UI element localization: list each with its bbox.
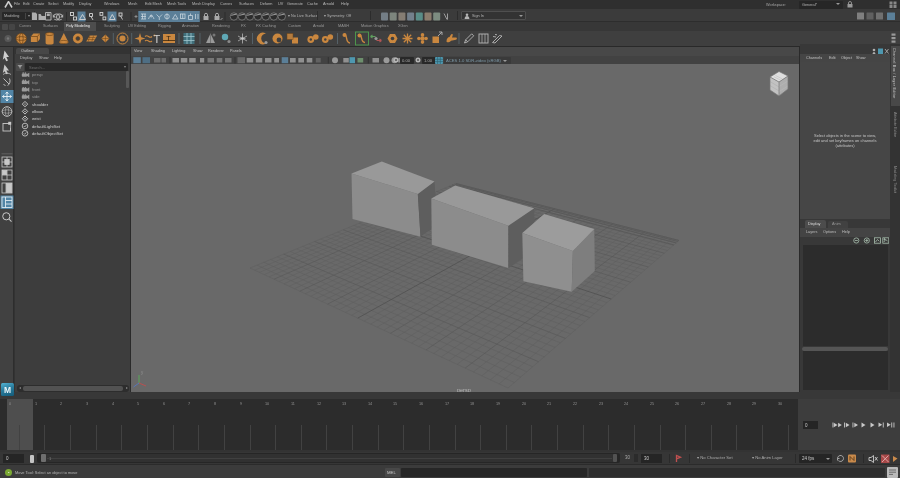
svg-text:side: side	[32, 94, 40, 99]
svg-text:front: front	[32, 87, 41, 92]
svg-text:defaultObjectSet: defaultObjectSet	[32, 131, 64, 136]
svg-text:top: top	[32, 80, 38, 85]
svg-text:defaultLightSet: defaultLightSet	[32, 124, 61, 129]
svg-text:persp: persp	[32, 72, 43, 77]
svg-text:shoulder: shoulder	[32, 102, 49, 107]
svg-text:T: T	[154, 33, 161, 45]
svg-text:wrist: wrist	[32, 116, 41, 121]
svg-text:elbow: elbow	[32, 109, 44, 114]
svg-text:T: T	[166, 34, 171, 43]
